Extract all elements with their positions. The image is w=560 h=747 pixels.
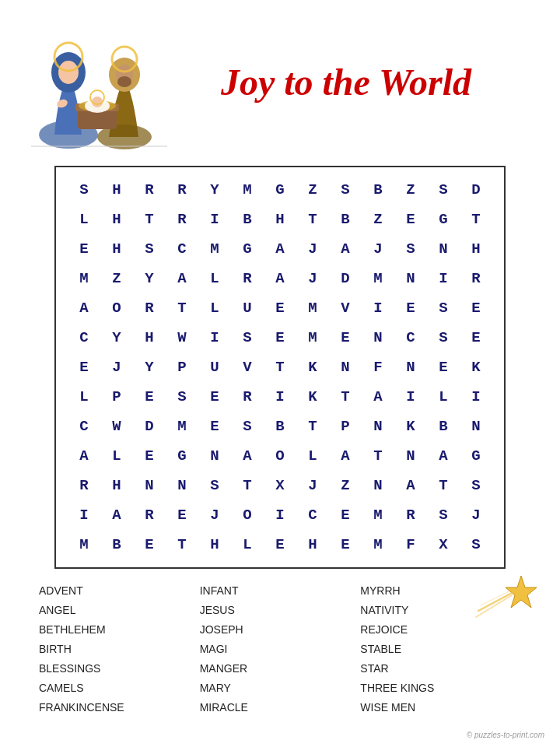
grid-cell: S — [427, 293, 460, 323]
word-item: STABLE — [360, 641, 521, 658]
grid-cell: S — [427, 175, 460, 205]
grid-cell: X — [264, 471, 296, 500]
grid-cell: M — [362, 500, 394, 530]
word-item: ANGEL — [39, 602, 200, 619]
grid-cell: F — [362, 352, 394, 382]
grid-cell: V — [231, 352, 264, 382]
grid-cell: R — [394, 500, 427, 530]
grid-cell: M — [296, 293, 329, 323]
grid-cell: A — [362, 382, 394, 412]
grid-cell: N — [394, 264, 427, 293]
grid-cell: H — [100, 175, 133, 205]
grid-cell: U — [198, 352, 231, 382]
grid-cell: J — [296, 234, 329, 264]
grid-cell: J — [296, 264, 329, 293]
grid-cell: R — [68, 471, 100, 500]
word-item: MARY — [200, 680, 361, 696]
grid-cell: E — [264, 293, 296, 323]
word-item: MIRACLE — [200, 700, 361, 716]
grid-cell: C — [68, 323, 100, 352]
wordsearch-grid: SHRRYMGZSBZSDLHTRIBHTBZEGTEHSCMGAJAJSNHM… — [68, 175, 492, 559]
grid-cell: B — [231, 205, 264, 234]
grid-cell: H — [100, 471, 133, 500]
grid-cell: M — [362, 530, 394, 559]
grid-cell: Z — [100, 264, 133, 293]
grid-cell: L — [231, 530, 264, 559]
grid-cell: Z — [394, 175, 427, 205]
grid-cell: A — [166, 264, 198, 293]
grid-cell: E — [460, 293, 492, 323]
grid-cell: H — [198, 530, 231, 559]
grid-cell: Z — [296, 175, 329, 205]
grid-cell: I — [198, 323, 231, 352]
grid-cell: Y — [100, 323, 133, 352]
grid-cell: B — [362, 175, 394, 205]
grid-cell: H — [264, 205, 296, 234]
grid-cell: P — [166, 352, 198, 382]
grid-cell: E — [133, 530, 166, 559]
grid-cell: I — [362, 293, 394, 323]
grid-cell: T — [231, 471, 264, 500]
svg-point-8 — [117, 76, 131, 87]
svg-line-18 — [478, 591, 515, 611]
grid-cell: I — [427, 264, 460, 293]
grid-cell: Y — [198, 175, 231, 205]
svg-point-14 — [92, 96, 103, 107]
grid-cell: I — [460, 382, 492, 412]
svg-point-2 — [58, 61, 79, 84]
grid-cell: N — [394, 352, 427, 382]
word-list-section: ADVENTANGELBETHLEHEMBIRTHBLESSINGSCAMELS… — [39, 583, 521, 716]
grid-cell: L — [100, 441, 133, 471]
grid-cell: E — [427, 352, 460, 382]
grid-cell: B — [329, 205, 362, 234]
word-column-1: ADVENTANGELBETHLEHEMBIRTHBLESSINGSCAMELS… — [39, 583, 200, 716]
grid-cell: E — [460, 323, 492, 352]
grid-cell: J — [198, 500, 231, 530]
grid-cell: I — [394, 382, 427, 412]
word-item: BETHLEHEM — [39, 622, 200, 638]
word-item: FRANKINCENSE — [39, 700, 200, 716]
grid-cell: J — [296, 471, 329, 500]
grid-cell: O — [231, 500, 264, 530]
word-item: MANGER — [200, 661, 361, 677]
grid-cell: H — [133, 323, 166, 352]
grid-cell: A — [231, 441, 264, 471]
grid-cell: I — [68, 500, 100, 530]
grid-cell: S — [427, 323, 460, 352]
grid-cell: W — [100, 412, 133, 441]
grid-cell: J — [100, 352, 133, 382]
grid-cell: H — [296, 530, 329, 559]
page-title: Joy to the World — [179, 60, 513, 105]
grid-cell: M — [231, 175, 264, 205]
grid-cell: N — [362, 471, 394, 500]
word-item: THREE KINGS — [360, 680, 521, 696]
grid-cell: L — [296, 441, 329, 471]
word-item: INFANT — [200, 583, 361, 599]
word-item: CAMELS — [39, 680, 200, 696]
grid-cell: S — [231, 323, 264, 352]
grid-cell: T — [427, 471, 460, 500]
word-item: STAR — [360, 661, 521, 677]
grid-cell: O — [264, 441, 296, 471]
grid-cell: L — [198, 264, 231, 293]
grid-cell: N — [394, 441, 427, 471]
word-item: JOSEPH — [200, 622, 361, 638]
grid-cell: P — [329, 412, 362, 441]
grid-cell: T — [133, 205, 166, 234]
grid-cell: R — [166, 175, 198, 205]
grid-cell: E — [329, 530, 362, 559]
grid-cell: E — [264, 323, 296, 352]
grid-cell: W — [166, 323, 198, 352]
grid-cell: A — [329, 234, 362, 264]
shooting-star — [474, 572, 537, 626]
grid-cell: C — [394, 323, 427, 352]
grid-cell: U — [231, 293, 264, 323]
grid-cell: I — [198, 205, 231, 234]
grid-cell: E — [133, 382, 166, 412]
grid-cell: S — [427, 500, 460, 530]
grid-cell: E — [198, 412, 231, 441]
grid-cell: N — [362, 412, 394, 441]
svg-marker-17 — [506, 576, 537, 608]
grid-cell: H — [460, 234, 492, 264]
grid-cell: N — [166, 471, 198, 500]
